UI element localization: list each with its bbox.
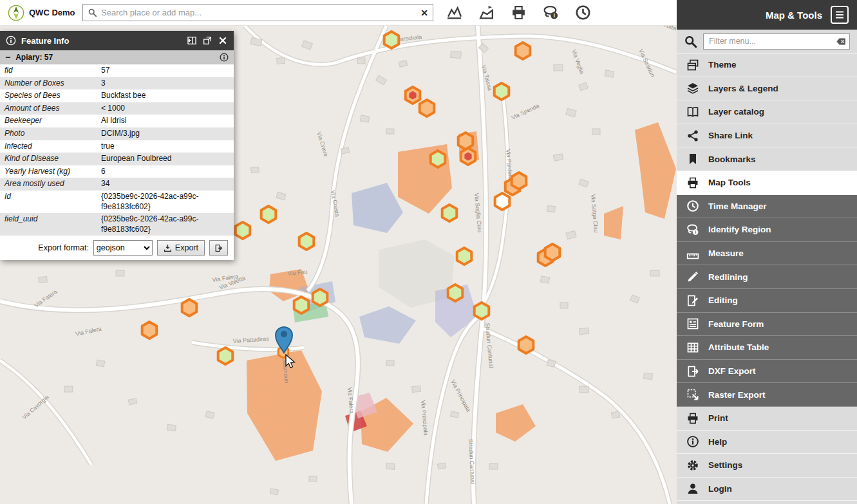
height-profile-icon[interactable] bbox=[446, 5, 462, 21]
attribute-row: Infectedtrue bbox=[0, 140, 234, 153]
sidebar: Map & Tools ThemeLayers & LegendLayer ca… bbox=[677, 0, 857, 504]
apiary-marker[interactable] bbox=[457, 248, 472, 265]
building bbox=[116, 270, 124, 276]
filter-clear-icon[interactable] bbox=[836, 36, 847, 47]
sidebar-item-label: Identify Region bbox=[708, 225, 771, 234]
apiary-marker[interactable] bbox=[313, 289, 328, 306]
sidebar-item-print[interactable]: Print bbox=[677, 407, 857, 431]
menu-filter-row bbox=[677, 30, 857, 53]
attribute-value: Buckfast bee bbox=[97, 89, 234, 102]
pencil-icon bbox=[686, 270, 699, 283]
filter-menu-input[interactable] bbox=[703, 33, 850, 50]
sidebar-item-label: Redlining bbox=[708, 272, 748, 282]
apiary-marker[interactable] bbox=[519, 337, 534, 353]
building bbox=[386, 463, 395, 469]
search-icon bbox=[684, 35, 697, 48]
topbar: QWC Demo ✕ i bbox=[0, 0, 677, 26]
attribute-value: 57 bbox=[97, 64, 234, 77]
sidebar-item-layers-legend[interactable]: Layers & Legend bbox=[677, 77, 857, 101]
apiary-marker[interactable] bbox=[442, 205, 457, 221]
attribute-name: Amount of Bees bbox=[0, 102, 97, 115]
building bbox=[554, 64, 563, 71]
dock-panel-icon[interactable] bbox=[187, 35, 197, 46]
bookmark-icon bbox=[686, 153, 699, 165]
sidebar-item-attribute-table[interactable]: Attribute Table bbox=[677, 336, 857, 360]
apiary-marker[interactable] bbox=[182, 299, 197, 316]
apiary-marker[interactable] bbox=[420, 100, 435, 117]
sidebar-item-label: Settings bbox=[708, 460, 742, 470]
sidebar-item-measure[interactable]: Measure bbox=[677, 242, 857, 266]
sidebar-item-label: Attribute Table bbox=[708, 342, 769, 352]
help-icon bbox=[686, 435, 699, 448]
building bbox=[489, 463, 498, 469]
open-window-icon[interactable] bbox=[202, 35, 212, 46]
sidebar-item-help[interactable]: Help bbox=[677, 431, 857, 454]
apiary-marker[interactable] bbox=[218, 348, 233, 364]
collapse-icon[interactable]: − bbox=[5, 53, 10, 62]
qwc-logo-icon bbox=[8, 5, 24, 21]
attribute-name: field_uuid bbox=[0, 213, 97, 236]
identify-region-icon[interactable]: i bbox=[543, 5, 559, 21]
sidebar-item-bookmarks[interactable]: Bookmarks bbox=[677, 147, 857, 171]
editing-icon bbox=[686, 294, 699, 307]
apiary-marker[interactable] bbox=[236, 222, 250, 239]
export-region-icon[interactable] bbox=[478, 5, 494, 21]
sidebar-item-share-link[interactable]: Share Link bbox=[677, 124, 857, 148]
person-icon bbox=[686, 482, 699, 495]
print-icon[interactable] bbox=[511, 5, 527, 21]
sidebar-item-feature-form[interactable]: Feature Form bbox=[677, 313, 857, 337]
building bbox=[650, 270, 659, 276]
apiary-marker[interactable] bbox=[458, 133, 473, 149]
sidebar-item-login[interactable]: Login bbox=[677, 478, 857, 501]
attribute-value: true bbox=[97, 140, 234, 153]
apiary-marker[interactable] bbox=[512, 173, 527, 189]
apiary-marker[interactable] bbox=[494, 83, 509, 100]
export-format-select[interactable]: geojson bbox=[93, 240, 153, 256]
menu-toggle-button[interactable] bbox=[831, 6, 849, 24]
search-input[interactable] bbox=[101, 8, 417, 17]
search-clear-icon[interactable]: ✕ bbox=[420, 8, 428, 17]
catalog-icon bbox=[686, 106, 699, 118]
sidebar-item-raster-export[interactable]: Raster Export bbox=[677, 383, 857, 407]
attribute-value: {0235be9c-2026-42ac-a99c-f9e8183fc602} bbox=[97, 213, 234, 236]
pin-center bbox=[281, 331, 287, 337]
apiary-marker[interactable] bbox=[299, 233, 314, 250]
time-manager-icon[interactable] bbox=[575, 5, 591, 21]
sidebar-item-settings[interactable]: Settings bbox=[677, 454, 857, 478]
search-box[interactable]: ✕ bbox=[82, 4, 433, 21]
sidebar-item-map-tools[interactable]: Map Tools bbox=[677, 171, 857, 195]
feature-info-icon[interactable] bbox=[220, 53, 229, 62]
apiary-marker[interactable] bbox=[142, 322, 157, 339]
apiary-marker[interactable] bbox=[261, 206, 276, 223]
sidebar-item-redlining[interactable]: Redlining bbox=[677, 265, 857, 289]
close-icon[interactable] bbox=[218, 35, 228, 46]
building bbox=[553, 154, 563, 161]
sidebar-item-dxf-export[interactable]: DXF Export bbox=[677, 360, 857, 384]
apiary-marker[interactable] bbox=[545, 244, 560, 261]
building bbox=[96, 360, 104, 367]
app-logo: QWC Demo bbox=[8, 5, 82, 21]
sidebar-item-identify-region[interactable]: iIdentify Region bbox=[677, 218, 857, 242]
apiary-marker[interactable] bbox=[294, 297, 309, 313]
sidebar-item-theme[interactable]: Theme bbox=[677, 53, 857, 77]
identify-icon: i bbox=[686, 223, 699, 236]
attribute-value: 6 bbox=[97, 165, 234, 178]
sidebar-item-label: Login bbox=[708, 484, 732, 494]
sidebar-item-time-manager[interactable]: Time Manager bbox=[677, 195, 857, 219]
attribute-row: Id{0235be9c-2026-42ac-a99c-f9e8183fc602} bbox=[0, 191, 234, 213]
building bbox=[251, 167, 259, 173]
sidebar-item-layer-catalog[interactable]: Layer catalog bbox=[677, 100, 857, 124]
attribute-name: Yearly Harvest (kg) bbox=[0, 165, 97, 178]
apiary-marker[interactable] bbox=[448, 285, 463, 301]
apiary-marker[interactable] bbox=[475, 303, 489, 319]
sidebar-item-label: Print bbox=[708, 413, 728, 423]
apiary-marker[interactable] bbox=[516, 42, 531, 59]
apiary-marker[interactable] bbox=[431, 151, 446, 167]
apiary-marker[interactable] bbox=[495, 193, 510, 210]
feature-section-header[interactable]: − Apiary: 57 bbox=[0, 50, 234, 64]
apiary-marker[interactable] bbox=[384, 32, 399, 48]
export-button[interactable]: Export bbox=[157, 240, 205, 256]
export-to-layer-button[interactable] bbox=[209, 240, 228, 256]
sidebar-item-editing[interactable]: Editing bbox=[677, 289, 857, 313]
attribute-name: Kind of Disease bbox=[0, 153, 97, 165]
